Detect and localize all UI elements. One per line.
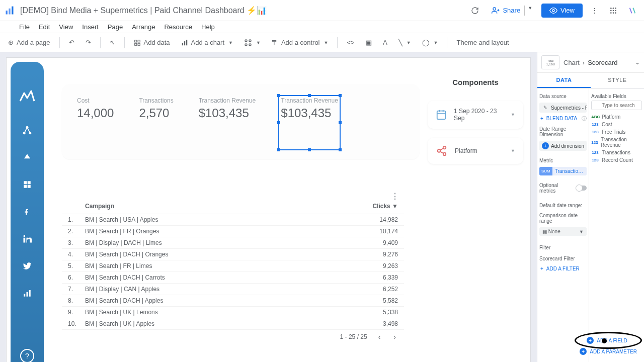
data-source-label: Data source (539, 94, 587, 99)
column-campaign[interactable]: Campaign (85, 203, 353, 210)
field-item[interactable]: 123Record Count (591, 156, 642, 164)
table-row[interactable]: 10.BM | Search | UK | Apples3,498 (62, 318, 404, 330)
info-icon[interactable]: ⓘ (582, 115, 587, 122)
share-button[interactable]: Share ▼ (487, 3, 537, 18)
table-row[interactable]: 2.BM | Search | FR | Oranges10,174 (62, 226, 404, 237)
nav-share-icon[interactable] (22, 125, 32, 135)
svg-point-22 (249, 40, 251, 42)
kpi-label: Cost (77, 97, 114, 104)
grid-apps-icon[interactable] (606, 3, 621, 18)
embed-icon[interactable]: <> (343, 37, 358, 48)
add-parameter-label: ADD A PARAMETER (590, 349, 637, 354)
table-menu-icon[interactable]: ⋮ (391, 192, 399, 201)
menu-view[interactable]: View (59, 23, 73, 31)
undo-button[interactable]: ↶ (65, 37, 78, 48)
image-icon[interactable]: ▣ (362, 37, 376, 48)
svg-rect-2 (12, 6, 13, 14)
menu-arrange[interactable]: Arrange (132, 23, 155, 31)
table-row[interactable]: 3.BM | Display | DACH | Limes9,409 (62, 237, 404, 249)
chart-type-header[interactable]: Total 1,168 Chart › Scorecard ⌄ (537, 52, 644, 73)
next-page-icon[interactable]: › (391, 333, 398, 341)
add-parameter-button[interactable]: + ADD A PARAMETER (580, 348, 637, 355)
report-canvas[interactable]: ? Cost 14,000 Transactions 2,570 Transac… (6, 57, 531, 362)
nav-linkedin-icon[interactable] (22, 234, 32, 244)
share-dropdown-icon[interactable]: ▼ (524, 6, 532, 16)
add-field-button[interactable]: + ADD A FIELD (580, 335, 637, 346)
kpi-transactions[interactable]: Transactions 2,570 (139, 97, 173, 146)
nav-twitter-icon[interactable] (22, 261, 32, 271)
line-icon[interactable]: ╲▼ (394, 37, 415, 48)
table-row[interactable]: 8.BM | Search | DACH | Apples5,582 (62, 295, 404, 307)
field-item[interactable]: ABCPlatform (591, 113, 642, 121)
more-options-icon[interactable]: ⋮ (587, 3, 602, 18)
add-page-button[interactable]: ⊕ Add a page (4, 37, 54, 48)
optional-metrics-toggle[interactable] (576, 186, 587, 191)
kpi-revenue-selected[interactable]: Transaction Revenue $103,435 (281, 97, 338, 146)
canvas-area[interactable]: ? Cost 14,000 Transactions 2,570 Transac… (0, 52, 537, 362)
menu-page[interactable]: Page (108, 23, 123, 31)
blend-data-button[interactable]: +BLEND DATA (539, 115, 578, 122)
field-search-input[interactable] (591, 101, 642, 110)
add-chart-button[interactable]: Add a chart▼ (177, 37, 237, 48)
svg-rect-36 (24, 294, 25, 297)
table-row[interactable]: 9.BM | Search | UK | Lemons5,338 (62, 307, 404, 318)
svg-rect-31 (28, 181, 31, 184)
chart-breadcrumb: Chart › Scorecard (564, 59, 635, 66)
add-data-button[interactable]: Add data (130, 37, 174, 48)
nav-chart-icon[interactable] (22, 288, 32, 298)
field-item[interactable]: 123Transaction Revenue (591, 136, 642, 149)
kpi-revenue[interactable]: Transaction Revenue $103,435 (199, 97, 256, 146)
table-row[interactable]: 1.BM | Search | USA | Apples14,982 (62, 214, 404, 226)
app-logo-icon[interactable] (4, 5, 15, 16)
data-source-chip[interactable]: ✎Supermetrics - For… (539, 103, 587, 113)
field-item[interactable]: 123Free Trials (591, 128, 642, 136)
workspace: ? Cost 14,000 Transactions 2,570 Transac… (0, 52, 644, 362)
text-icon[interactable]: A̲ (379, 37, 391, 48)
pointer-icon[interactable]: ↖ (106, 37, 119, 48)
svg-line-46 (440, 148, 443, 150)
table-header: ⋮ Campaign Clicks ▼ (62, 189, 404, 214)
community-viz-icon[interactable]: ▼ (240, 37, 265, 49)
shape-icon[interactable]: ◯▼ (418, 37, 442, 48)
table-row[interactable]: 7.BM | Display | CAN | Apples6,252 (62, 284, 404, 295)
nav-grid-icon[interactable] (22, 179, 32, 190)
crumb-scorecard[interactable]: Scorecard (588, 59, 617, 66)
tab-style[interactable]: STYLE (591, 73, 644, 88)
menu-help[interactable]: Help (201, 23, 215, 31)
column-clicks[interactable]: Clicks ▼ (353, 203, 398, 210)
comparison-select[interactable]: ▦ None ▼ (539, 227, 587, 236)
refresh-icon[interactable] (467, 3, 482, 18)
nav-up-icon[interactable] (22, 152, 32, 162)
campaign-table[interactable]: ⋮ Campaign Clicks ▼ 1.BM | Search | USA … (62, 189, 404, 341)
theme-layout-button[interactable]: Theme and layout (452, 37, 513, 48)
tab-data[interactable]: DATA (537, 73, 591, 88)
table-row[interactable]: 5.BM | Search | FR | Limes9,263 (62, 260, 404, 272)
help-icon[interactable]: ? (20, 349, 34, 362)
kpi-cost[interactable]: Cost 14,000 (77, 97, 114, 146)
metric-chip[interactable]: SUM Transaction Reven… (539, 167, 587, 175)
add-dimension-chip[interactable]: +Add dimension (539, 141, 587, 151)
menu-file[interactable]: File (19, 23, 30, 31)
platform-control[interactable]: Platform ▼ (428, 138, 523, 164)
view-button[interactable]: View (541, 4, 583, 18)
menu-edit[interactable]: Edit (39, 23, 50, 31)
prev-page-icon[interactable]: ‹ (376, 333, 383, 341)
crumb-chart[interactable]: Chart (564, 59, 580, 66)
svg-rect-30 (24, 181, 27, 184)
add-filter-button[interactable]: +ADD A FILTER (539, 265, 587, 273)
table-row[interactable]: 4.BM | Search | DACH | Oranges9,276 (62, 249, 404, 260)
add-control-button[interactable]: 〒 Add a control▼ (268, 36, 333, 49)
svg-point-13 (615, 12, 616, 14)
table-row[interactable]: 6.BM | Search | DACH | Carrots6,339 (62, 272, 404, 284)
field-item[interactable]: 123Transactions (591, 149, 642, 156)
redo-button[interactable]: ↷ (82, 37, 95, 48)
menu-resource[interactable]: Resource (164, 23, 192, 31)
field-item[interactable]: 123Cost (591, 121, 642, 128)
scorecard-filter-label: Scorecard Filter (539, 256, 587, 261)
chevron-down-icon[interactable]: ⌄ (635, 59, 640, 66)
date-range-control[interactable]: 1 Sep 2020 - 23 Sep ▼ (428, 101, 523, 129)
menu-insert[interactable]: Insert (82, 23, 99, 31)
brand-icon[interactable] (625, 3, 640, 18)
nav-facebook-icon[interactable] (22, 207, 32, 217)
document-title[interactable]: [DEMO] Bind Media + Supermetrics | Paid … (20, 6, 467, 15)
